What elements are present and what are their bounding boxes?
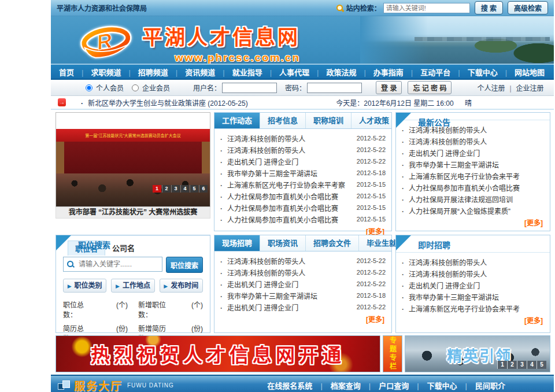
news-link[interactable]: 汪鸿涛:科技创新的带头人 (402, 136, 487, 146)
news-link[interactable]: 我市举办第十三期金平湖讲坛 (402, 292, 499, 302)
keyword-input[interactable] (63, 257, 162, 272)
filter-button[interactable]: 职位类别 (63, 279, 106, 293)
more-link[interactable]: [更多] (396, 216, 550, 231)
photo-page-button[interactable]: 5 (190, 185, 198, 193)
news-link[interactable]: 人力社保局参加市直机关小合唱比赛 (220, 191, 338, 201)
nav-item[interactable]: 政策法规 (309, 66, 356, 77)
nav-item[interactable]: 下载中心 (450, 66, 497, 77)
password-label: 密码： (285, 83, 306, 93)
elite-page-button[interactable]: 4 (527, 361, 536, 369)
more-link[interactable]: [更多] (214, 313, 391, 327)
news-link[interactable]: 汪鸿涛:科技创新的带头人 (220, 268, 305, 278)
elite-page-button[interactable]: 5 (536, 361, 546, 369)
news-link[interactable]: 人力社保局参加市直机关小合唱比赛 (402, 183, 520, 193)
news-link[interactable]: 汪鸿涛:科技创新的带头人 (402, 269, 487, 279)
elite-page-button[interactable]: 2 (507, 361, 517, 369)
tab[interactable]: 职称培训 (306, 113, 352, 128)
photo-slideshow[interactable]: 第一届“江苏技能状元”大赛常州选拔赛动员会扩大会议 123456 (56, 112, 210, 207)
news-link[interactable]: 人力社保局开展法律法规巡回培训 (402, 194, 513, 204)
news-item: 汪鸿涛:科技创新的带头人 (402, 135, 544, 147)
site-search-button[interactable]: 搜 索 (475, 1, 503, 14)
news-link[interactable]: 人力社保局开展“入企锻炼提素质” (402, 206, 510, 216)
service-link[interactable]: 下载中心 (409, 380, 457, 391)
news-link[interactable]: 汪鸿涛:科技创新的带头人 (402, 257, 487, 267)
news-link[interactable]: 上海浦东新区光电子行业协会来平考 (402, 304, 520, 313)
personal-register-link[interactable]: 个人注册 (477, 83, 505, 93)
nav-item[interactable]: 办事指南 (356, 66, 403, 77)
tab[interactable]: 职场资讯 (260, 235, 306, 251)
tab-company-name[interactable]: 公司名 (105, 241, 142, 256)
news-link[interactable]: 我市举办第十三期金平湖讲坛 (402, 160, 499, 169)
brand[interactable]: R 平湖人才信息网 www.phrcsc.com.cn (79, 21, 300, 64)
news-link[interactable]: 上海浦东新区光电子行业协会来平考察 (220, 180, 345, 190)
elite-pager: 12345 (497, 361, 546, 369)
nav-item[interactable]: 就业指导 (215, 66, 262, 77)
login-button[interactable]: 登 录 (376, 81, 402, 94)
nav-item[interactable]: 资讯频道 (168, 66, 215, 77)
nav-item[interactable]: 互动平台 (404, 66, 450, 77)
site-search-input[interactable] (383, 3, 470, 13)
news-item: 走出机关门 进得企业门 (402, 279, 544, 291)
news-link[interactable]: 走出机关门 进得企业门 (220, 279, 298, 289)
photo-page-button[interactable]: 1 (153, 185, 161, 193)
job-search-button[interactable]: 职位搜索 (166, 257, 203, 273)
news-date: 2012-5-18 (352, 169, 386, 176)
username-field[interactable] (222, 83, 277, 93)
news-link[interactable]: 人力社保局参加市直机关小合唱比赛 (220, 203, 338, 213)
news-link[interactable]: 走出机关门 进得企业门 (220, 302, 298, 312)
service-link[interactable]: 民间职介 (457, 380, 505, 391)
news-link[interactable]: 汪鸿涛:科技创新的带头人 (220, 134, 305, 143)
tab[interactable]: 工作动态 (214, 113, 260, 128)
corner-fold-icon (56, 235, 71, 250)
filter-button[interactable]: 发布时间 (160, 279, 203, 293)
filter-button[interactable]: 工作地点 (111, 279, 154, 293)
tab[interactable]: 现场招聘 (214, 235, 260, 251)
news-link[interactable]: 我市举办第十三期金平湖讲坛 (220, 291, 317, 301)
nav-item[interactable]: 网站地图 (498, 66, 545, 77)
news-link[interactable]: 汪鸿涛:科技创新的带头人 (220, 145, 305, 155)
nav-item[interactable]: 人事代理 (262, 66, 309, 77)
news-link[interactable]: 上海浦东新区光电子行业协会来平考 (402, 171, 520, 181)
news-link[interactable]: 汪鸿涛:科技创新的带头人 (220, 256, 305, 266)
photo-caption-link[interactable]: 我市部署 “江苏技能状元” 大赛常州选拔赛 (56, 207, 210, 219)
news-item: 上海浦东新区光电子行业协会来平考察 2012-5-15 (220, 179, 386, 190)
password-field[interactable] (307, 83, 362, 93)
photo-page-button[interactable]: 3 (171, 185, 180, 193)
news-link[interactable]: 走出机关门 进得企业门 (402, 148, 480, 158)
forgot-password-button[interactable]: 忘 记 密 码 (408, 81, 452, 94)
elite-banner[interactable]: 精英引领 12345 (405, 335, 550, 372)
photo-page-button[interactable]: 4 (180, 185, 189, 193)
news-link[interactable]: 走出机关门 进得企业门 (402, 280, 480, 290)
work-news-tabs: 工作动态招考信息职称培训人才政策 (214, 113, 391, 129)
advanced-search-button[interactable]: 高级检索 (508, 1, 548, 14)
news-date: 2012-5-22 (352, 269, 386, 276)
news-date: 2012-5-22 (352, 304, 386, 310)
news-link[interactable]: 走出机关门 进得企业门 (220, 157, 298, 167)
elite-page-button[interactable]: 1 (497, 361, 507, 369)
tab[interactable]: 人才政策 (352, 113, 397, 128)
more-link[interactable]: [更多] (396, 314, 550, 328)
service-link[interactable]: 在线报名系统 (267, 380, 312, 391)
nav-item[interactable]: 求职频道 (74, 66, 121, 77)
elite-page-button[interactable]: 3 (517, 361, 527, 369)
tab[interactable]: 招聘会文件 (306, 235, 359, 251)
company-register-link[interactable]: 企业注册 (505, 83, 543, 93)
company-member-radio[interactable] (132, 84, 139, 91)
tab[interactable]: 招考信息 (260, 113, 306, 128)
stat-label: 职位总数： (63, 299, 92, 319)
news-link[interactable]: 人力社保局参加市直机关小合唱比赛 (220, 215, 338, 224)
nav-item[interactable]: 首页 (59, 66, 74, 77)
photo-page-button[interactable]: 2 (162, 185, 171, 193)
news-item: 走出机关门 进得企业门 (402, 147, 544, 158)
ticker-headline-link[interactable]: 新北区举办大学生创业与就业政策讲座 (2012-05-25) (81, 98, 248, 108)
special-column-strip[interactable]: 专题专栏 (383, 335, 402, 372)
work-news-panel: 工作动态招考信息职称培训人才政策 汪鸿涛:科技创新的带头人 2012-5-22 … (214, 112, 392, 231)
personal-member-radio[interactable] (86, 84, 92, 91)
service-link[interactable]: 户口查询 (361, 380, 409, 391)
service-link[interactable]: 档案查询 (312, 380, 360, 391)
nav-item[interactable]: 招聘频道 (121, 66, 168, 77)
photo-page-button[interactable]: 6 (199, 185, 208, 193)
news-item: 走出机关门 进得企业门 2012-5-22 (220, 301, 386, 313)
news-link[interactable]: 我市举办第十三期金平湖讲坛 (220, 168, 317, 178)
celebration-banner[interactable]: 热烈祝贺人才信息网开通 (56, 335, 380, 372)
